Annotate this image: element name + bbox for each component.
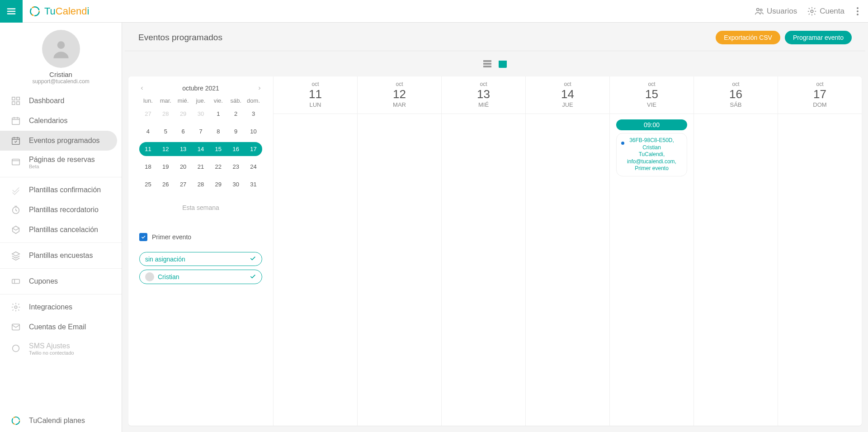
this-week-link[interactable]: Esta semana (139, 204, 262, 211)
schedule-event-button[interactable]: Programar evento (785, 31, 852, 44)
minical-day[interactable]: 27 (175, 177, 192, 191)
minical-day[interactable]: 26 (157, 177, 175, 191)
minical-day[interactable]: 21 (192, 160, 210, 174)
list-view-icon[interactable] (481, 58, 493, 69)
check-icon (249, 255, 256, 263)
hamburger-button[interactable] (0, 0, 23, 23)
day-column: oct15VIE09:0036FB-98C8-E50D, CristianTuC… (610, 76, 694, 426)
nav-surveys[interactable]: Plantillas encuestas (0, 246, 122, 266)
nav-cancel[interactable]: Plantillas cancelación (0, 220, 122, 240)
day-body[interactable]: 09:0036FB-98C8-E50D, CristianTuCalendi,i… (610, 114, 693, 426)
nav-calendars[interactable]: Calendarios (0, 111, 122, 131)
minical-day[interactable]: 29 (175, 107, 192, 121)
check-icon (249, 273, 256, 281)
chevron-right-icon[interactable] (257, 85, 262, 91)
nav-dashboard[interactable]: Dashboard (0, 91, 122, 111)
minical-title: octubre 2021 (182, 85, 219, 92)
minical-day[interactable]: 24 (245, 160, 262, 174)
svg-rect-21 (483, 63, 491, 65)
day-header: oct16SÁB (694, 76, 778, 114)
minical-day[interactable]: 22 (209, 160, 227, 174)
minical-day[interactable]: 3 (245, 107, 262, 121)
nav-integrations[interactable]: Integraciones (0, 297, 122, 317)
nav-emailacc[interactable]: Cuentas de Email (0, 317, 122, 337)
nav-coupons[interactable]: Cupones (0, 271, 122, 291)
svg-rect-22 (483, 66, 491, 67)
nav-confirm[interactable]: Plantillas confirmación (0, 180, 122, 200)
calendar-view-icon[interactable] (497, 58, 509, 69)
svg-rect-8 (12, 102, 15, 104)
nav-reminder[interactable]: Plantillas recordatorio (0, 200, 122, 220)
day-column: oct11LUN (274, 76, 358, 426)
avatar-small (145, 272, 154, 281)
account-link[interactable]: Cuenta (807, 6, 844, 16)
day-body[interactable] (778, 114, 862, 426)
nav-booking[interactable]: Páginas de reservasBeta (0, 151, 122, 174)
minical-day[interactable]: 6 (175, 124, 192, 138)
minical-day[interactable]: 8 (209, 124, 227, 138)
minical-day[interactable]: 27 (139, 107, 157, 121)
gear-icon (807, 6, 817, 16)
event-time-pill[interactable]: 09:00 (616, 119, 687, 130)
minical-day[interactable]: 25 (139, 177, 157, 191)
users-link[interactable]: Usuarios (754, 6, 797, 16)
minical-day[interactable]: 20 (175, 160, 192, 174)
minical-day[interactable]: 12 (157, 142, 175, 156)
checkbox-icon (139, 233, 147, 241)
minical-day[interactable]: 19 (157, 160, 175, 174)
chevron-left-icon[interactable] (139, 85, 145, 91)
minical-day[interactable]: 30 (192, 107, 210, 121)
cancel-icon (11, 225, 21, 235)
ticket-icon (11, 276, 21, 286)
minical-day[interactable]: 31 (245, 177, 262, 191)
minical-day[interactable]: 28 (192, 177, 210, 191)
day-body[interactable] (274, 114, 357, 426)
minical-day[interactable]: 16 (227, 142, 245, 156)
brand-logo[interactable]: TuCalendi (29, 5, 89, 17)
more-menu[interactable] (854, 5, 861, 18)
day-body[interactable] (442, 114, 525, 426)
minical-day[interactable]: 10 (245, 124, 262, 138)
svg-point-0 (30, 7, 39, 16)
nav-events[interactable]: Eventos programados (0, 131, 117, 151)
svg-point-30 (504, 66, 505, 67)
event-card[interactable]: 36FB-98C8-E50D, CristianTuCalendi,info@t… (616, 133, 687, 176)
minical-day[interactable]: 9 (227, 124, 245, 138)
minical-day[interactable]: 11 (139, 142, 157, 156)
chip-unassigned[interactable]: sin asignación (139, 252, 262, 266)
day-header: oct13MIÉ (442, 76, 525, 114)
minical-day[interactable]: 4 (139, 124, 157, 138)
minical-day[interactable]: 15 (209, 142, 227, 156)
mini-calendar: octubre 2021 lun.mar.mié.jue.vie.sáb.dom… (128, 76, 273, 426)
profile-name: Cristian (0, 71, 122, 78)
minical-day[interactable]: 13 (175, 142, 192, 156)
sidebar: Cristian support@tucalendi.com Dashboard… (0, 23, 122, 432)
minical-day[interactable]: 28 (157, 107, 175, 121)
minical-day[interactable]: 29 (209, 177, 227, 191)
svg-point-29 (502, 66, 503, 67)
minical-day[interactable]: 1 (209, 107, 227, 121)
clock-icon (11, 205, 21, 215)
chip-user[interactable]: Cristian (139, 270, 262, 284)
minical-day[interactable]: 17 (245, 142, 262, 156)
minical-day[interactable]: 18 (139, 160, 157, 174)
minical-day[interactable]: 7 (192, 124, 210, 138)
day-body[interactable] (526, 114, 609, 426)
nav-plans[interactable]: TuCalendi planes (0, 409, 122, 432)
svg-point-3 (760, 9, 762, 11)
minical-day[interactable]: 14 (192, 142, 210, 156)
minical-day[interactable]: 30 (227, 177, 245, 191)
avatar[interactable] (42, 30, 80, 68)
day-body[interactable] (694, 114, 778, 426)
dow-label: lun. (139, 97, 157, 104)
day-body[interactable] (358, 114, 441, 426)
filter-primer-evento[interactable]: Primer evento (139, 233, 262, 241)
minical-day[interactable]: 2 (227, 107, 245, 121)
day-header: oct12MAR (358, 76, 441, 114)
day-header: oct14JUE (526, 76, 609, 114)
minical-day[interactable]: 5 (157, 124, 175, 138)
minical-day[interactable]: 23 (227, 160, 245, 174)
nav-sms[interactable]: SMS AjustesTwilio no contectado (0, 337, 122, 361)
export-csv-button[interactable]: Exportación CSV (716, 31, 780, 44)
svg-rect-12 (12, 159, 20, 165)
